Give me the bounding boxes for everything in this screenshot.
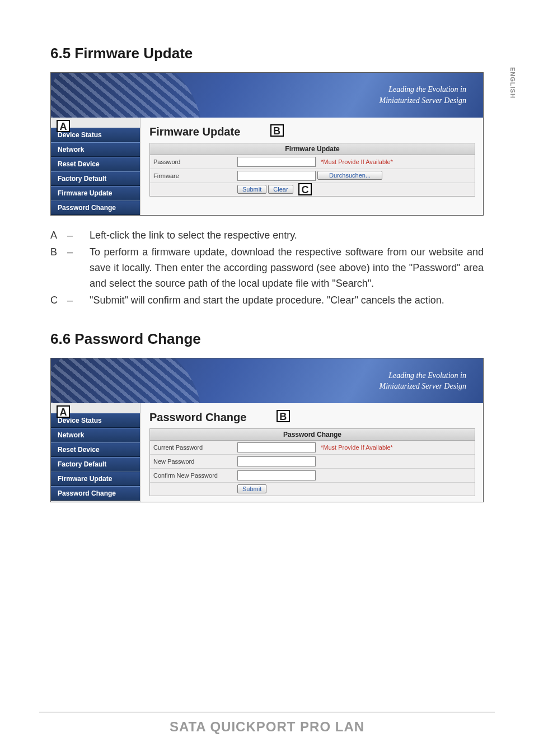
- current-password-input[interactable]: [237, 442, 316, 452]
- sidebar: A Device Status Network Reset Device Fac…: [51, 403, 140, 502]
- password-label: Password: [150, 155, 234, 169]
- sidebar-item-reset-device[interactable]: Reset Device: [51, 157, 140, 171]
- password-change-panel: Password Change Current Password *Must P…: [149, 428, 475, 496]
- screenshot-firmware-update: Leading the Evolution in Miniaturized Se…: [50, 72, 484, 216]
- confirm-new-password-input[interactable]: [237, 470, 316, 480]
- banner-tagline-line2: Miniaturized Server Design: [379, 96, 466, 105]
- sidebar-item-factory-default[interactable]: Factory Default: [51, 457, 140, 472]
- section-heading-firmware-update: 6.5 Firmware Update: [50, 45, 484, 62]
- sidebar: A Device Status Network Reset Device Fac…: [51, 118, 140, 215]
- password-hint: *Must Provide If Available*: [321, 158, 393, 165]
- explain-text-c: "Submit" will confirm and start the upda…: [90, 293, 484, 309]
- footer-rule: [39, 712, 495, 712]
- confirm-new-password-label: Confirm New Password: [150, 469, 234, 483]
- submit-button[interactable]: Submit: [237, 484, 266, 493]
- current-password-hint: *Must Provide If Available*: [321, 444, 393, 451]
- explain-label-b: B: [50, 245, 67, 292]
- explain-text-b: To perform a firmware update, download t…: [90, 245, 484, 292]
- explanation-list-firmware: A – Left-click the link to select the re…: [50, 228, 484, 308]
- explain-label-a: A: [50, 228, 67, 244]
- password-input[interactable]: [237, 157, 316, 167]
- banner: Leading the Evolution in Miniaturized Se…: [51, 73, 483, 118]
- banner-tagline-line1: Leading the Evolution in: [388, 85, 466, 94]
- sidebar-item-factory-default[interactable]: Factory Default: [51, 171, 140, 186]
- firmware-update-panel: Firmware Update Password *Must Provide I…: [149, 143, 475, 197]
- new-password-label: New Password: [150, 455, 234, 469]
- banner: Leading the Evolution in Miniaturized Se…: [51, 358, 483, 403]
- sidebar-item-reset-device[interactable]: Reset Device: [51, 442, 140, 457]
- language-tab: ENGLISH: [509, 67, 516, 99]
- section-heading-password-change: 6.6 Password Change: [50, 330, 484, 348]
- callout-b: B: [277, 410, 290, 422]
- content-area: Password Change B Password Change Curren…: [140, 403, 483, 502]
- callout-a: A: [57, 120, 70, 132]
- panel-title: Password Change: [150, 429, 475, 441]
- firmware-label: Firmware: [150, 169, 234, 183]
- content-title: Firmware Update: [149, 125, 240, 138]
- explain-text-a: Left-click the link to select the respec…: [90, 228, 484, 244]
- screenshot-password-change: Leading the Evolution in Miniaturized Se…: [50, 358, 484, 502]
- firmware-path-input[interactable]: [237, 171, 316, 181]
- banner-tagline-line2: Miniaturized Server Design: [379, 382, 466, 390]
- sidebar-item-firmware-update[interactable]: Firmware Update: [51, 186, 140, 200]
- browse-button[interactable]: Durchsuchen...: [317, 171, 382, 180]
- sidebar-item-network[interactable]: Network: [51, 142, 140, 157]
- callout-c: C: [298, 183, 312, 195]
- sidebar-item-password-change[interactable]: Password Change: [51, 200, 140, 215]
- content-area: Firmware Update B Firmware Update Passwo…: [140, 118, 483, 215]
- callout-b: B: [270, 124, 284, 137]
- sidebar-item-firmware-update[interactable]: Firmware Update: [51, 472, 140, 486]
- content-title: Password Change: [149, 411, 246, 424]
- new-password-input[interactable]: [237, 456, 316, 466]
- panel-title: Firmware Update: [150, 143, 475, 155]
- sidebar-item-password-change[interactable]: Password Change: [51, 486, 140, 501]
- submit-button[interactable]: Submit: [237, 185, 266, 194]
- banner-tagline-line1: Leading the Evolution in: [388, 371, 466, 380]
- clear-button[interactable]: Clear: [268, 185, 293, 194]
- current-password-label: Current Password: [150, 441, 234, 455]
- callout-a: A: [57, 405, 70, 418]
- sidebar-item-network[interactable]: Network: [51, 428, 140, 442]
- explain-label-c: C: [50, 293, 67, 309]
- footer-title: SATA QUICKPORT PRO LAN: [0, 719, 534, 735]
